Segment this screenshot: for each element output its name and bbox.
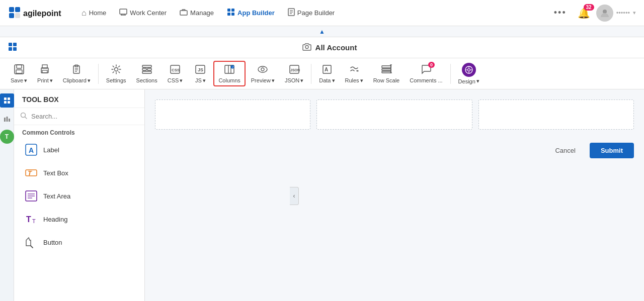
svg-text:A: A	[29, 146, 34, 154]
svg-rect-75	[9, 119, 10, 122]
svg-rect-26	[16, 70, 22, 73]
panel-collapse-handle[interactable]: ‹	[290, 187, 299, 205]
svg-rect-58	[382, 69, 391, 70]
nav-appbuilder[interactable]: App Builder	[222, 5, 280, 21]
button-icon	[24, 235, 38, 249]
logo[interactable]: agilepoint	[8, 5, 63, 21]
canvas-cell-2[interactable]	[316, 99, 472, 130]
comments-badge-wrap: 0	[421, 64, 432, 76]
svg-line-88	[31, 246, 33, 248]
toolbox-label-text: Label	[43, 146, 59, 154]
toolbar-print-btn[interactable]: Print ▾	[33, 61, 57, 86]
rules-icon	[349, 64, 360, 76]
toolbox-item-button[interactable]: Button	[16, 231, 142, 253]
svg-rect-29	[42, 70, 47, 73]
rules-caret: ▾	[360, 77, 363, 84]
search-icon	[20, 112, 27, 121]
toolbar-design-btn[interactable]: Design ▾	[454, 60, 484, 87]
toolbar-js-btn[interactable]: JS JS ▾	[188, 61, 212, 86]
toolbar: Save ▾ Print ▾ Clipboard ▾ Settings Sect…	[0, 58, 644, 89]
toolbar-rules-btn[interactable]: Rules ▾	[341, 61, 368, 86]
toolbar-design-label: Design ▾	[458, 78, 479, 84]
nav-pagebuilder[interactable]: Page Builder	[283, 5, 340, 21]
heading-icon: TT	[24, 212, 38, 226]
preview-caret: ▾	[272, 77, 275, 84]
sidebar-chart-btn[interactable]	[0, 112, 14, 126]
toolbox-search-input[interactable]	[31, 113, 138, 120]
textbox-icon: T	[24, 166, 38, 180]
toolbar-js-label: JS ▾	[195, 77, 206, 84]
toolbox-title: TOOL BOX	[14, 89, 144, 108]
clipboard-caret: ▾	[88, 77, 91, 84]
toolbar-json-btn[interactable]: JSON JSON ▾	[280, 61, 308, 86]
notification-bell[interactable]: 🔔 32	[578, 7, 590, 19]
svg-point-64	[467, 69, 470, 71]
svg-rect-12	[227, 13, 230, 16]
cancel-button[interactable]: Cancel	[546, 143, 584, 158]
svg-rect-3	[15, 13, 20, 18]
toolbar-columns-btn[interactable]: ✓ Columns	[213, 61, 245, 86]
toolbox-item-textbox[interactable]: T Text Box	[16, 162, 142, 184]
toolbox-panel: TOOL BOX Common Controls A Label T Text …	[14, 89, 145, 301]
top-nav: agilepoint ⌂ Home Work Center Manage App…	[0, 0, 644, 26]
nav-workcenter[interactable]: Work Center	[114, 6, 172, 21]
nav-right: ••• 🔔 32 •••••• ▾	[549, 5, 636, 22]
sections-icon	[141, 64, 152, 76]
toolbar-css-btn[interactable]: CSS CSS ▾	[163, 61, 188, 86]
svg-text:✓: ✓	[232, 65, 234, 68]
nav-more[interactable]: •••	[549, 5, 572, 21]
save-icon	[14, 64, 25, 76]
home-icon: ⌂	[82, 9, 87, 18]
data-icon: A	[321, 64, 333, 76]
toolbar-rowscale-btn[interactable]: Row Scale	[369, 61, 405, 86]
svg-rect-22	[13, 47, 17, 51]
main-layout: T TOOL BOX Common Controls A Label T Tex…	[0, 89, 644, 301]
textarea-icon	[24, 189, 38, 203]
toolbox-item-label[interactable]: A Label	[16, 139, 142, 161]
sidebar-user-btn[interactable]: T	[0, 130, 14, 144]
svg-text:JSON: JSON	[290, 68, 300, 72]
sidebar-grid-btn[interactable]	[0, 93, 14, 108]
toolbar-settings-btn[interactable]: Settings	[102, 61, 131, 86]
toolbar-sections-btn[interactable]: Sections	[132, 61, 162, 86]
canvas-cell-1[interactable]	[155, 99, 310, 130]
toolbox-section-common-controls: Common Controls	[14, 125, 144, 138]
toolbox-item-heading[interactable]: TT Heading	[16, 208, 142, 230]
toolbox-item-textarea[interactable]: Text Area	[16, 185, 142, 207]
canvas-cell-3[interactable]	[478, 99, 634, 130]
svg-point-55	[357, 70, 358, 71]
settings-icon	[111, 64, 122, 76]
comments-badge: 0	[428, 62, 435, 68]
submit-button[interactable]: Submit	[590, 143, 634, 158]
toolbar-data-btn[interactable]: A Data ▾	[314, 61, 339, 86]
svg-rect-57	[382, 66, 391, 68]
svg-rect-59	[382, 71, 391, 73]
rowscale-icon	[381, 64, 392, 76]
user-name: ••••••	[616, 9, 630, 17]
apps-grid-btn[interactable]	[8, 42, 17, 53]
svg-rect-37	[142, 68, 146, 70]
toolbar-rowscale-label: Row Scale	[373, 77, 400, 83]
toolbar-save-btn[interactable]: Save ▾	[6, 61, 32, 86]
svg-point-50	[261, 68, 264, 71]
json-icon: JSON	[289, 64, 300, 76]
svg-text:T: T	[32, 218, 36, 224]
toolbar-preview-btn[interactable]: Preview ▾	[247, 61, 279, 86]
nav-appbuilder-label: App Builder	[237, 9, 275, 17]
toolbar-clipboard-btn[interactable]: Clipboard ▾	[58, 61, 95, 86]
svg-rect-71	[4, 101, 7, 104]
svg-text:JS: JS	[198, 67, 203, 72]
data-caret: ▾	[332, 77, 335, 84]
toolbar-data-label: Data ▾	[319, 77, 335, 84]
collapse-bar[interactable]: ▲	[0, 26, 644, 37]
nav-home[interactable]: ⌂ Home	[76, 6, 111, 21]
svg-rect-13	[231, 13, 234, 16]
nav-manage[interactable]: Manage	[175, 6, 219, 21]
toolbox-textbox-text: Text Box	[43, 169, 68, 177]
appbuilder-icon	[227, 8, 235, 18]
notification-badge: 32	[584, 4, 594, 11]
more-icon: •••	[554, 8, 567, 18]
svg-rect-74	[6, 117, 8, 122]
user-avatar-wrap[interactable]: •••••• ▾	[596, 5, 636, 22]
toolbar-comments-btn[interactable]: 0 Comments ...	[405, 61, 447, 86]
